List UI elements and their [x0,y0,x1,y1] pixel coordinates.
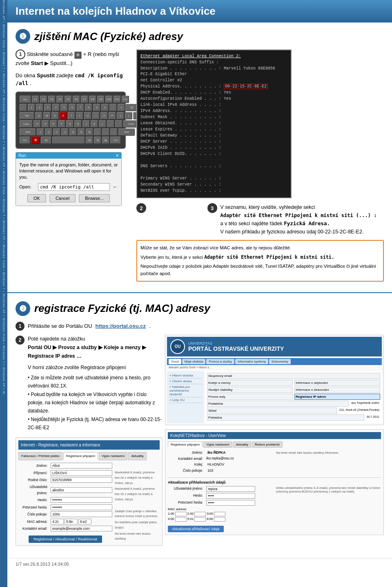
run-cancel-button[interactable]: Cancel [49,194,76,202]
reg-tab-3[interactable]: Výpis nastavení [99,452,127,460]
sec2-step-num-1: 1 [16,322,24,331]
step-num-3: 3 [207,203,217,213]
terminal-line-18 [140,170,287,175]
run-ok-button[interactable]: OK [27,194,46,202]
instr-arrow: ▶ [45,60,50,66]
reg-tab-1[interactable]: Fakturace / Přehled platbo [18,452,62,460]
portal-content-row6: Sklad 011, Nová síť (Ostrava-Poruba) [207,408,380,414]
kn-mac-input-6[interactable] [214,517,225,522]
terminal-line-4: Physical Address. . . . . . . . : 00-22-… [140,84,287,90]
form-label-surname: Příjmení: [18,470,49,476]
terminal-line-13: DHCP Server . . . . . . . . . . : [140,139,287,145]
portal-sidebar-uredni[interactable]: » Úřední deska [169,379,202,384]
terminal-line-1: Connection-specific DNS Suffix : [140,60,287,65]
form-input-pass2[interactable] [51,504,112,510]
section-1-title: ❶ zjištění MAC (Fyzické) adresy [16,29,384,44]
kn-mac-row1: 1:00 2:00 3:00 [168,512,273,516]
kn-update-body: Uživatelské jméno: Heslo: Potvrzení hesl… [168,486,381,532]
warning-bold: Adaptér sítě Ethernet Připojení k místní… [204,254,334,260]
kn-update-input-pass2[interactable] [206,500,255,506]
kolejnet-form: KolejNET2Hladnov - UserView Registrace p… [165,429,384,535]
kn-mac-input-1[interactable] [175,512,187,516]
form-input-user[interactable] [51,487,112,493]
sec2-bullet1: • Zde si můžete zvolit své uživatelské j… [28,374,163,390]
portal-cell-registrace[interactable]: Registrace IP adres [294,394,380,400]
run-close-icon: ✕ [116,153,119,158]
mac-input-1[interactable] [51,519,64,524]
kn-update-hint: Délka uživatelského jména 3–8 znaků, pís… [276,486,381,532]
kn-mac-label: MAC adresa: [168,507,273,511]
sec2-path: Portál OU ▶ Provoz a služby ▶ Koleje a m… [28,345,146,359]
portal-nav-uvod[interactable]: Úvod [169,359,181,364]
kn-update-row-pass2: Potvrzení hesla: [168,500,273,506]
portal-nav-provoz[interactable]: Provoz a služby [206,359,234,364]
form-label-room: Číslo pokoje: [18,511,49,517]
form-input-name[interactable] [51,463,112,468]
run-arrow-icon: ← [112,184,118,190]
reg-tab-4[interactable]: Aktuality [128,452,146,460]
portal-cell-stravovani: Informace o stravování [294,387,380,393]
kn-tab-4[interactable]: Řešení problémů [252,441,283,448]
kn-update-section: Aktualizace přihlašovacích údajů Uživate… [168,477,381,532]
section-1-heading: zjištění MAC (Fyzické) adresy [34,30,183,43]
form-label-email: Kontaktní email: [18,526,49,531]
portal-sidebar-listy[interactable]: » Listy OU [169,397,202,403]
portal-nav-docs[interactable]: Dokumenty [269,359,290,364]
mac-input-3[interactable] [78,519,91,524]
kn-note: Na tento email vám budou zasílány inform… [276,450,381,474]
kn-label-name: Jméno: [168,450,205,455]
kn-tab-2[interactable]: Výpis nastavení [203,441,232,448]
portal-sidebar: » Hlavní stránka » Úřední deska » Nabídk… [167,371,204,423]
form-row-surname: Příjmení: [18,470,112,476]
form-input-rn[interactable] [51,477,112,483]
portal-sidebar-nabidka[interactable]: » Nabídka pro zaměstnance studentů [169,384,202,397]
kn-mac-input-2[interactable] [194,512,206,516]
kn-row-kolej: Kolej: HLADNOV [168,462,273,467]
run-body-text: Type the name of a program, folder, docu… [19,162,118,181]
form-input-email[interactable] [51,526,112,531]
kn-submit-button[interactable]: Aktualizovat přihlašovací údaje [168,526,224,532]
form-input-pass[interactable] [51,497,112,503]
reg-form-tabs: Fakturace / Přehled platbo Registrace př… [18,452,160,460]
form-row-room: Číslo pokoje: [18,511,112,517]
section-divider [7,292,392,293]
portal-content-row7: Pokladna 30.7.2011 [207,414,380,421]
portal-nav-moje[interactable]: Moje stránka [182,359,206,364]
kn-tab-3[interactable]: Aktuality [233,441,251,448]
terminal-output: Ethernet adapter Local Area Connection 2… [136,49,292,198]
kn-update-input-user[interactable] [206,486,255,492]
run-titlebar: Run ✕ [16,152,121,159]
run-browse-button[interactable]: Browse... [79,194,110,202]
kn-mac-input-5[interactable] [194,517,206,522]
reg-submit-button[interactable]: Registrovat / Aktualizovat / Reaktivovat [29,535,102,543]
terminal-line-19: Primary WINS Server . . . . . . : [140,176,287,181]
terminal-title-line: Ethernet adapter Local Area Connection 2… [140,54,287,59]
terminal-line-9: Subnet Mask . . . . . . . . . . : [140,114,287,120]
instr-text3: Do okna [16,72,35,78]
kn-tab-1[interactable]: Registrace připojení [168,441,203,448]
portal-sidebar-hlavni[interactable]: » Hlavní stránka [169,373,202,379]
kn-mac-input-3[interactable] [214,512,225,516]
main-content: Internet na kolejích Hladnov a Vítkovice… [7,0,392,570]
kn-update-input-pass[interactable] [206,493,255,499]
sec2-step1-text: Přihlásíte se do Portálu OU [28,323,92,329]
sidebar-text: Windows XP • Windows Vista • Windows 7 •… [2,0,5,394]
reg-form-fields: Jméno: Příjmení: Rodné číslo: [18,463,112,543]
kn-mac-1-00: 1:00 [168,512,174,516]
portal-link[interactable]: https://portal.osu.cz [96,323,146,329]
reg-tab-2[interactable]: Registrace připojení [63,452,98,460]
run-open-input[interactable] [38,183,110,191]
kn-label-room: Číslo pokoje: [168,468,205,473]
kn-mac-input-4[interactable] [175,517,187,522]
portal-breadcrumb: Aktuální pozice:Úvod > Hlavní s... [167,365,382,370]
portal-nav-info[interactable]: Informační systémy [235,359,268,364]
portal-logo: OU [170,339,185,354]
form-input-room[interactable] [51,511,112,517]
form-input-surname[interactable] [51,470,112,476]
portal-header: OU UNIVERZITAS PORTÁL OSTRAVSKÉ UNIVERZI… [167,337,382,356]
mac-input-2[interactable] [65,519,78,524]
step-1-left: 1 Stiskněte současně ⊞ + R (nebo myší zv… [16,49,130,206]
kn-row-email: Kontaktní email: iko.repka@osu.cz [168,456,273,461]
step-2-area: 2 3 V seznamu, který uvidíte, vyhledejte… [136,203,384,236]
section2-step1: 1 Přihlásíte se do Portálu OU https://po… [16,322,384,331]
